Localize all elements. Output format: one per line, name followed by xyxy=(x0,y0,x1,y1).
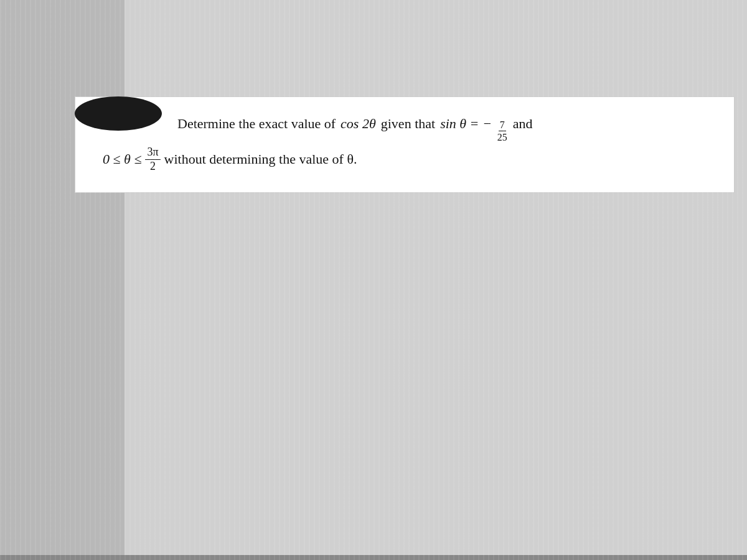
content-area: Determine the exact value of cos 2θ give… xyxy=(75,96,735,193)
sin-equals-text: sin θ = − xyxy=(440,114,492,134)
angle-fraction-numerator: 3π xyxy=(145,146,160,160)
fraction-numerator: 7 xyxy=(499,119,506,131)
cos-2theta: cos 2θ xyxy=(341,114,376,134)
black-oval-overlay xyxy=(75,96,162,131)
and-text: and xyxy=(513,114,533,134)
problem-line2: 0 ≤ θ ≤ 3π 2 without determining the val… xyxy=(100,146,715,173)
without-text: without determining the value of θ. xyxy=(164,150,357,169)
angle-fraction-denominator: 2 xyxy=(148,160,157,174)
bottom-bar xyxy=(0,555,747,560)
page-container: Determine the exact value of cos 2θ give… xyxy=(0,0,747,560)
math-content: Determine the exact value of cos 2θ give… xyxy=(94,110,715,174)
problem-line1: Determine the exact value of cos 2θ give… xyxy=(100,110,715,143)
fraction-denominator: 25 xyxy=(496,131,509,143)
prefix-text: Determine the exact value of xyxy=(177,114,336,134)
angle-fraction: 3π 2 xyxy=(145,146,160,173)
given-that-text: given that xyxy=(381,114,435,134)
inequality-text: 0 ≤ θ ≤ xyxy=(103,150,141,169)
value-fraction: 7 25 xyxy=(496,119,509,143)
